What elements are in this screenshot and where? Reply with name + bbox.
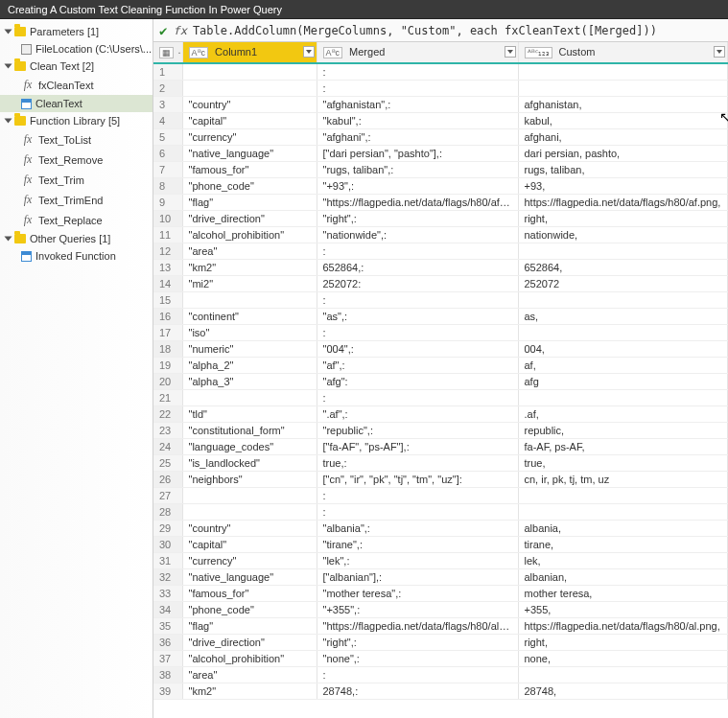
cell-column1[interactable]: "phone_code"	[182, 178, 317, 195]
cell-custom[interactable]: https://flagpedia.net/data/flags/h80/al.…	[518, 618, 728, 635]
table-row[interactable]: 18 "numeric""004",:004,	[153, 341, 728, 358]
cell-column1[interactable]: "alcohol_prohibition"	[182, 227, 317, 243]
cell-column1[interactable]: "km2"	[182, 683, 317, 700]
row-number[interactable]: 23	[153, 423, 182, 439]
cell-column1[interactable]: "alpha_3"	[182, 374, 317, 390]
table-row[interactable]: 3"country""afghanistan",:afghanistan,	[153, 97, 728, 113]
cell-column1[interactable]: "currency"	[182, 553, 317, 569]
cell-merged[interactable]: :	[317, 292, 518, 309]
cell-column1[interactable]	[182, 390, 317, 406]
table-row[interactable]: 31"currency""lek",:lek,	[153, 553, 728, 569]
table-row[interactable]: 32"native_language"["albanian"],:albania…	[153, 569, 728, 586]
cell-column1[interactable]: "mi2"	[182, 276, 317, 292]
table-row[interactable]: 8"phone_code""+93",:+93,	[153, 178, 728, 195]
cell-column1[interactable]: "country"	[182, 97, 317, 113]
cell-column1[interactable]	[182, 292, 317, 309]
cell-custom[interactable]: af,	[518, 358, 728, 374]
cell-custom[interactable]	[518, 243, 728, 260]
row-number[interactable]: 3	[153, 97, 182, 113]
cell-merged[interactable]: :	[317, 504, 518, 521]
cell-column1[interactable]: "drive_direction"	[182, 635, 317, 651]
cell-column1[interactable]: "language_codes"	[182, 439, 317, 455]
query-group[interactable]: Parameters [1]	[0, 23, 153, 40]
cell-column1[interactable]: "flag"	[182, 618, 317, 635]
table-row[interactable]: 28:	[153, 504, 728, 521]
row-number[interactable]: 5	[153, 129, 182, 146]
query-item[interactable]: fxText_Remove	[0, 150, 153, 170]
cell-column1[interactable]: "continent"	[182, 309, 317, 325]
cell-custom[interactable]	[518, 292, 728, 309]
cell-custom[interactable]: nationwide,	[518, 227, 728, 243]
cell-merged[interactable]: "afghani",:	[317, 129, 518, 146]
table-row[interactable]: 1:	[153, 63, 728, 81]
cell-merged[interactable]: 652864,:	[317, 260, 518, 276]
cell-column1[interactable]	[182, 63, 317, 81]
cell-merged[interactable]: :	[317, 81, 518, 97]
cell-custom[interactable]: afghanistan,	[518, 97, 728, 113]
cell-merged[interactable]: ["fa-AF", "ps-AF"],:	[317, 439, 518, 455]
row-number[interactable]: 37	[153, 651, 182, 667]
cell-custom[interactable]: as,	[518, 309, 728, 325]
cell-custom[interactable]: 652864,	[518, 260, 728, 276]
filter-dropdown-icon[interactable]	[714, 46, 725, 58]
table-row[interactable]: 29"country""albania",:albania,	[153, 521, 728, 537]
cell-column1[interactable]: "area"	[182, 667, 317, 683]
cell-custom[interactable]	[518, 81, 728, 97]
query-item[interactable]: CleanText	[0, 95, 153, 112]
cell-custom[interactable]: https://flagpedia.net/data/flags/h80/af.…	[518, 195, 728, 211]
table-row[interactable]: 27:	[153, 488, 728, 504]
table-row[interactable]: 39 "km2"28748,:28748,	[153, 683, 728, 700]
formula-fx-icon[interactable]: fx	[173, 24, 186, 37]
row-number[interactable]: 12	[153, 243, 182, 260]
cell-merged[interactable]: ".af",:	[317, 406, 518, 423]
cell-merged[interactable]: :	[317, 488, 518, 504]
table-row[interactable]: 33"famous_for""mother teresa",:mother te…	[153, 586, 728, 602]
table-row[interactable]: 24"language_codes"["fa-AF", "ps-AF"],:fa…	[153, 439, 728, 455]
cell-merged[interactable]: "right",:	[317, 211, 518, 227]
cell-merged[interactable]: "+93",:	[317, 178, 518, 195]
table-row[interactable]: 16"continent""as",:as,	[153, 309, 728, 325]
row-number[interactable]: 16	[153, 309, 182, 325]
row-number[interactable]: 18	[153, 341, 182, 358]
table-row[interactable]: 5"currency""afghani",:afghani,	[153, 129, 728, 146]
cell-merged[interactable]: "rugs, taliban",:	[317, 162, 518, 178]
query-group[interactable]: Other Queries [1]	[0, 230, 153, 247]
query-group[interactable]: Clean Text [2]	[0, 58, 153, 75]
query-item[interactable]: fxText_Trim	[0, 170, 153, 190]
table-row[interactable]: 21:	[153, 390, 728, 406]
cell-merged[interactable]: "afghanistan",:	[317, 97, 518, 113]
cell-merged[interactable]: ["dari persian", "pashto"],:	[317, 146, 518, 162]
table-row[interactable]: 6"native_language"["dari persian", "pash…	[153, 146, 728, 162]
cell-custom[interactable]: +355,	[518, 602, 728, 618]
cell-column1[interactable]: "native_language"	[182, 146, 317, 162]
cell-custom[interactable]: none,	[518, 651, 728, 667]
table-row[interactable]: 37"alcohol_prohibition""none",:none,	[153, 651, 728, 667]
cell-custom[interactable]: .af,	[518, 406, 728, 423]
table-row[interactable]: 13 "km2"652864,:652864,	[153, 260, 728, 276]
formula-bar[interactable]: ✔ fx Table.AddColumn(MergeColumns, "Cust…	[153, 19, 728, 42]
cell-merged[interactable]: "+355",:	[317, 602, 518, 618]
table-row[interactable]: 14 "mi2"252072:252072	[153, 276, 728, 292]
cell-column1[interactable]: "iso"	[182, 325, 317, 341]
cell-merged[interactable]: "mother teresa",:	[317, 586, 518, 602]
cell-column1[interactable]	[182, 81, 317, 97]
col-header-column1[interactable]: Aᴮc Column1	[182, 42, 317, 63]
cell-custom[interactable]: albanian,	[518, 569, 728, 586]
cell-column1[interactable]: "numeric"	[182, 341, 317, 358]
table-row[interactable]: 36"drive_direction""right",:right,	[153, 635, 728, 651]
cell-custom[interactable]	[518, 390, 728, 406]
formula-text[interactable]: Table.AddColumn(MergeColumns, "Custom", …	[193, 24, 722, 37]
cell-merged[interactable]: "kabul",:	[317, 113, 518, 129]
cell-custom[interactable]: afg	[518, 374, 728, 390]
row-number[interactable]: 28	[153, 504, 182, 521]
cell-custom[interactable]: 252072	[518, 276, 728, 292]
cell-custom[interactable]: right,	[518, 635, 728, 651]
cell-custom[interactable]: right,	[518, 211, 728, 227]
cell-custom[interactable]: mother teresa,	[518, 586, 728, 602]
table-row[interactable]: 17"iso":	[153, 325, 728, 341]
cell-column1[interactable]: "area"	[182, 243, 317, 260]
table-row[interactable]: 20 "alpha_3""afg":afg	[153, 374, 728, 390]
table-row[interactable]: 35"flag""https://flagpedia.net/data/flag…	[153, 618, 728, 635]
cell-merged[interactable]: "republic",:	[317, 423, 518, 439]
cell-custom[interactable]: albania,	[518, 521, 728, 537]
